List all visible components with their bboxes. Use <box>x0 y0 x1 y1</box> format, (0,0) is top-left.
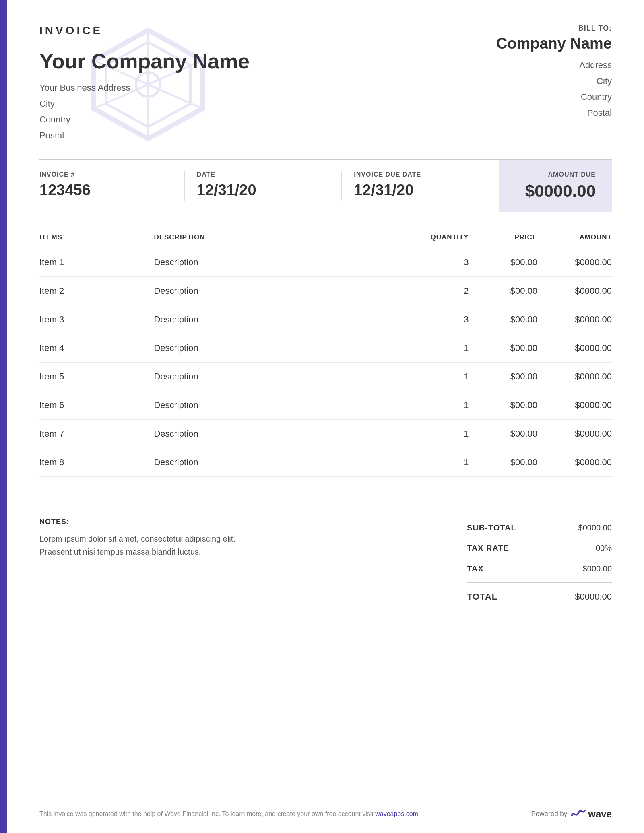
item-description: Description <box>154 248 383 277</box>
tax-row: TAX $000.00 <box>467 559 612 579</box>
table-row: Item 8 Description 1 $00.00 $0000.00 <box>39 448 612 477</box>
bill-to-postal: Postal <box>496 105 612 121</box>
invoice-title: INVOICE <box>39 24 272 37</box>
table-row: Item 1 Description 3 $00.00 $0000.00 <box>39 248 612 277</box>
bill-to-address: Address City Country Postal <box>496 57 612 121</box>
wave-icon <box>571 807 586 821</box>
item-description: Description <box>154 391 383 420</box>
table-header: ITEMS DESCRIPTION QUANTITY PRICE AMOUNT <box>39 229 612 248</box>
item-name: Item 7 <box>39 420 154 448</box>
item-name: Item 3 <box>39 305 154 334</box>
table-row: Item 5 Description 1 $00.00 $0000.00 <box>39 363 612 391</box>
item-amount: $0000.00 <box>537 248 612 277</box>
item-price: $00.00 <box>469 305 537 334</box>
item-price: $00.00 <box>469 448 537 477</box>
invoice-page: INVOICE Your Company Name Your Business … <box>0 0 644 833</box>
company-address: Your Business Address City Country Posta… <box>39 80 272 143</box>
item-price: $00.00 <box>469 334 537 363</box>
invoice-number-cell: INVOICE # 123456 <box>39 171 185 201</box>
amount-due-cell: AMOUNT DUE $0000.00 <box>499 160 612 212</box>
subtotal-label: SUB-TOTAL <box>467 523 516 532</box>
footer-logo-area: Powered by wave <box>531 807 612 821</box>
total-value: $0000.00 <box>575 592 612 602</box>
address-postal: Postal <box>39 128 272 144</box>
meta-left: INVOICE # 123456 DATE 12/31/20 INVOICE D… <box>39 160 499 212</box>
amount-due-label: AMOUNT DUE <box>548 171 596 178</box>
wave-logo: wave <box>571 807 612 821</box>
table-row: Item 7 Description 1 $00.00 $0000.00 <box>39 420 612 448</box>
totals-section: SUB-TOTAL $0000.00 TAX RATE 00% TAX $000… <box>467 518 612 608</box>
tax-rate-value: 00% <box>596 544 612 553</box>
item-name: Item 5 <box>39 363 154 391</box>
col-header-price: PRICE <box>469 229 537 248</box>
item-quantity: 1 <box>383 448 469 477</box>
item-amount: $0000.00 <box>537 363 612 391</box>
items-table: ITEMS DESCRIPTION QUANTITY PRICE AMOUNT … <box>39 229 612 477</box>
item-quantity: 1 <box>383 420 469 448</box>
footer-link[interactable]: waveapps.com <box>375 810 418 817</box>
due-date-cell: INVOICE DUE DATE 12/31/20 <box>342 171 499 201</box>
tax-value: $000.00 <box>583 564 612 573</box>
table-body: Item 1 Description 3 $00.00 $0000.00 Ite… <box>39 248 612 477</box>
table-row: Item 4 Description 1 $00.00 $0000.00 <box>39 334 612 363</box>
item-amount: $0000.00 <box>537 305 612 334</box>
item-amount: $0000.00 <box>537 420 612 448</box>
col-header-quantity: QUANTITY <box>383 229 469 248</box>
item-quantity: 1 <box>383 391 469 420</box>
bill-to-company: Company Name <box>496 35 612 52</box>
invoice-number-label: INVOICE # <box>39 171 172 178</box>
date-label: DATE <box>197 171 330 178</box>
amount-due-value: $0000.00 <box>525 181 596 201</box>
invoice-number-value: 123456 <box>39 181 172 199</box>
invoice-meta-bar: INVOICE # 123456 DATE 12/31/20 INVOICE D… <box>39 159 612 212</box>
col-header-description: DESCRIPTION <box>154 229 383 248</box>
item-name: Item 4 <box>39 334 154 363</box>
item-quantity: 3 <box>383 248 469 277</box>
subtotal-value: $0000.00 <box>578 523 612 532</box>
item-price: $00.00 <box>469 248 537 277</box>
invoice-label-text: INVOICE <box>39 24 103 37</box>
left-accent-bar <box>0 0 7 833</box>
due-date-value: 12/31/20 <box>354 181 487 199</box>
tax-rate-row: TAX RATE 00% <box>467 538 612 559</box>
item-quantity: 3 <box>383 305 469 334</box>
item-description: Description <box>154 334 383 363</box>
total-row: TOTAL $0000.00 <box>467 586 612 608</box>
tax-rate-label: TAX RATE <box>467 544 509 553</box>
footer: This invoice was generated with the help… <box>7 795 644 833</box>
item-quantity: 2 <box>383 277 469 305</box>
wave-logo-text: wave <box>588 808 612 820</box>
item-amount: $0000.00 <box>537 334 612 363</box>
item-description: Description <box>154 448 383 477</box>
item-price: $00.00 <box>469 391 537 420</box>
footer-text: This invoice was generated with the help… <box>39 810 418 818</box>
bill-to-address-line1: Address <box>496 57 612 73</box>
item-description: Description <box>154 363 383 391</box>
item-name: Item 8 <box>39 448 154 477</box>
item-description: Description <box>154 305 383 334</box>
item-quantity: 1 <box>383 363 469 391</box>
table-row: Item 3 Description 3 $00.00 $0000.00 <box>39 305 612 334</box>
col-header-amount: AMOUNT <box>537 229 612 248</box>
table-row: Item 2 Description 2 $00.00 $0000.00 <box>39 277 612 305</box>
item-amount: $0000.00 <box>537 448 612 477</box>
item-price: $00.00 <box>469 277 537 305</box>
totals-divider <box>467 582 612 583</box>
item-name: Item 6 <box>39 391 154 420</box>
due-date-label: INVOICE DUE DATE <box>354 171 487 178</box>
items-section: ITEMS DESCRIPTION QUANTITY PRICE AMOUNT … <box>39 229 612 477</box>
date-value: 12/31/20 <box>197 181 330 199</box>
notes-label: NOTES: <box>39 518 265 526</box>
header-section: INVOICE Your Company Name Your Business … <box>7 0 644 159</box>
footer-copy: This invoice was generated with the help… <box>39 810 374 817</box>
subtotal-row: SUB-TOTAL $0000.00 <box>467 518 612 538</box>
powered-by-text: Powered by <box>531 810 568 818</box>
item-price: $00.00 <box>469 363 537 391</box>
bill-to-country: Country <box>496 89 612 105</box>
col-header-items: ITEMS <box>39 229 154 248</box>
table-row: Item 6 Description 1 $00.00 $0000.00 <box>39 391 612 420</box>
company-info: INVOICE Your Company Name Your Business … <box>39 24 272 143</box>
tax-label: TAX <box>467 564 484 573</box>
item-price: $00.00 <box>469 420 537 448</box>
item-description: Description <box>154 420 383 448</box>
